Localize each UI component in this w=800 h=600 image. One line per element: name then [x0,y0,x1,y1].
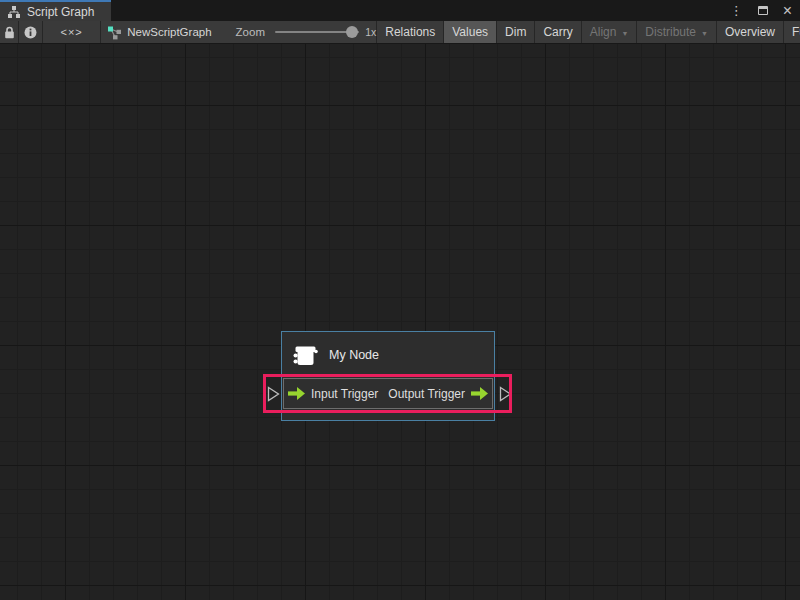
values-button[interactable]: Values [444,21,497,43]
flow-arrow-icon [471,387,488,400]
zoom-slider-handle[interactable] [346,26,358,38]
node-header[interactable]: My Node [282,332,494,378]
node-my-node[interactable]: My Node Input Trigger Output Trigger [281,331,495,421]
flow-arrow-icon [288,387,305,400]
overview-button[interactable]: Overview [717,21,784,43]
angle-brackets-icon: <×> [61,26,83,38]
full-screen-button[interactable]: Full S [784,21,800,43]
window-menu-icon[interactable]: ⋮ [730,4,743,17]
input-connection-triangle-icon[interactable] [267,386,280,406]
distribute-dropdown[interactable]: Distribute ▼ [637,21,717,43]
output-connection-triangle-icon[interactable] [499,386,512,406]
info-icon [24,26,37,39]
tab-label: Script Graph [27,5,94,19]
lock-button[interactable] [0,21,19,43]
output-trigger-port[interactable]: Output Trigger [388,387,488,401]
lock-icon [4,26,15,39]
info-button[interactable] [19,21,43,43]
zoom-value: 1x [365,26,376,38]
relations-button[interactable]: Relations [377,21,444,43]
graph-info-section: NewScriptGraph Zoom 1x [101,21,377,43]
zoom-label: Zoom [236,26,265,38]
graph-canvas[interactable]: My Node Input Trigger Output Trigger [0,44,800,600]
title-bar: Script Graph ⋮ × [0,0,800,21]
chevron-down-icon: ▼ [621,30,628,37]
node-title: My Node [329,348,379,362]
align-dropdown[interactable]: Align ▼ [582,21,638,43]
carry-button[interactable]: Carry [535,21,581,43]
dim-button[interactable]: Dim [497,21,535,43]
chevron-down-icon: ▼ [701,30,708,37]
close-icon[interactable]: × [783,3,792,19]
maximize-icon[interactable] [758,6,768,15]
hierarchy-icon [7,5,21,19]
script-graph-asset-icon [107,25,122,40]
node-port-row: Input Trigger Output Trigger [283,378,493,409]
embed-toggle-button[interactable]: <×> [43,21,101,43]
tab-script-graph[interactable]: Script Graph [0,0,111,21]
graph-name[interactable]: NewScriptGraph [127,26,211,38]
input-trigger-port[interactable]: Input Trigger [288,387,378,401]
unit-icon [291,342,318,369]
graph-toolbar: <×> NewScriptGraph Zoom 1x Relations Val… [0,21,800,44]
zoom-slider[interactable] [275,26,359,38]
